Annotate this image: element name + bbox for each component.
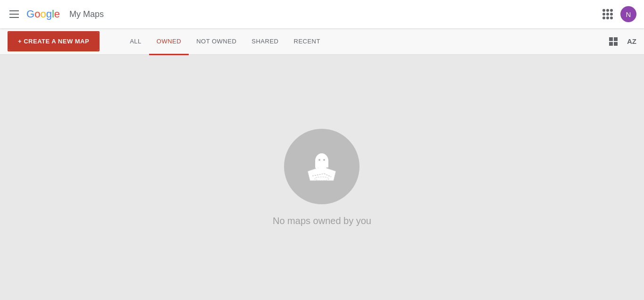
create-new-map-button[interactable]: + CREATE A NEW MAP xyxy=(9,33,98,50)
svg-point-6 xyxy=(318,159,320,161)
google-apps-icon[interactable] xyxy=(602,9,613,19)
tab-recent[interactable]: RECENT xyxy=(286,29,328,55)
tab-owned[interactable]: OWNED xyxy=(149,29,189,55)
svg-point-7 xyxy=(323,159,325,161)
tab-all[interactable]: ALL xyxy=(122,29,149,55)
empty-state: No maps owned by you xyxy=(273,129,371,226)
main-content: No maps owned by you xyxy=(0,55,644,300)
toolbar-right: AZ xyxy=(609,37,636,46)
header-left: Google My Maps xyxy=(8,8,104,20)
tab-not-owned[interactable]: NOT OWNED xyxy=(189,29,244,55)
sort-az-button[interactable]: AZ xyxy=(627,37,636,45)
header: Google My Maps N xyxy=(0,0,644,28)
toolbar: + CREATE A NEW MAP ALL OWNED NOT OWNED S… xyxy=(0,28,644,55)
google-logo: Google xyxy=(26,8,60,20)
app-name: My Maps xyxy=(69,9,104,19)
tab-shared[interactable]: SHARED xyxy=(244,29,286,55)
empty-state-illustration xyxy=(284,129,360,204)
empty-state-text: No maps owned by you xyxy=(273,216,371,226)
create-button-wrapper: + CREATE A NEW MAP xyxy=(8,31,100,51)
grid-view-icon[interactable] xyxy=(609,37,618,46)
tabs-container: ALL OWNED NOT OWNED SHARED RECENT xyxy=(122,28,328,55)
ghost-map-svg xyxy=(298,143,345,190)
hamburger-menu[interactable] xyxy=(8,8,21,20)
header-right: N xyxy=(602,6,636,22)
avatar[interactable]: N xyxy=(620,6,636,22)
